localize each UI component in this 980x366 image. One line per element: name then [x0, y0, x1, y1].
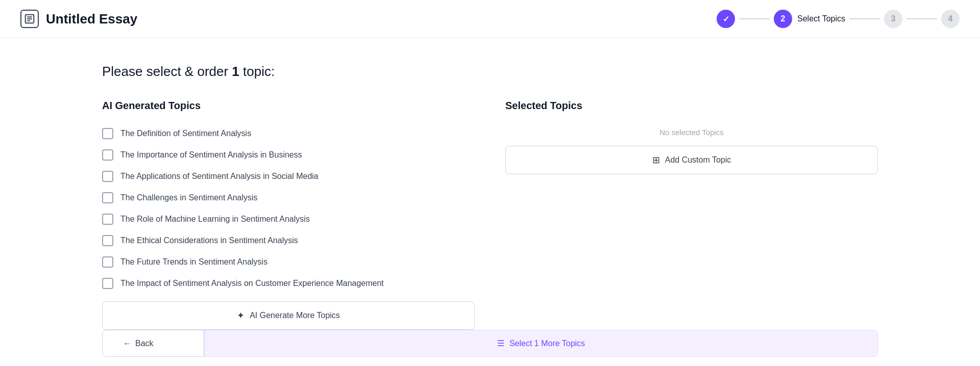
step-connector-2	[849, 18, 880, 19]
main-content: Please select & order 1 topic: AI Genera…	[0, 38, 980, 366]
step-2-circle: 2	[774, 10, 792, 28]
no-selected-text: No selected Topics	[505, 123, 878, 137]
topic-label-3: The Applications of Sentiment Analysis i…	[120, 172, 318, 181]
right-column: Selected Topics No selected Topics ⊞ Add…	[505, 100, 878, 330]
topic-label-1: The Definition of Sentiment Analysis	[120, 129, 251, 138]
topic-item-4[interactable]: The Challenges in Sentiment Analysis	[102, 187, 475, 208]
step-3: 3	[884, 10, 902, 28]
topic-checkbox-8[interactable]	[102, 278, 113, 289]
header-left: Untitled Essay	[20, 10, 137, 28]
page-heading: Please select & order 1 topic:	[102, 64, 878, 80]
topic-item-1[interactable]: The Definition of Sentiment Analysis	[102, 123, 475, 144]
topic-label-7: The Future Trends in Sentiment Analysis	[120, 257, 267, 267]
topic-label-4: The Challenges in Sentiment Analysis	[120, 193, 258, 202]
topic-checkbox-3[interactable]	[102, 171, 113, 182]
topic-label-8: The Impact of Sentiment Analysis on Cust…	[120, 279, 384, 288]
ai-topics-title: AI Generated Topics	[102, 100, 475, 112]
step-1-circle: ✓	[717, 10, 735, 28]
topic-checkbox-1[interactable]	[102, 128, 113, 139]
left-column: AI Generated Topics The Definition of Se…	[102, 100, 475, 330]
columns: AI Generated Topics The Definition of Se…	[102, 100, 878, 330]
ai-generate-button[interactable]: ✦ AI Generate More Topics	[102, 301, 475, 330]
select-more-icon: ☰	[497, 338, 504, 348]
step-connector-3	[906, 18, 937, 19]
step-2-label: Select Topics	[797, 14, 845, 23]
topic-checkbox-2[interactable]	[102, 149, 113, 161]
topic-item-2[interactable]: The Importance of Sentiment Analysis in …	[102, 144, 475, 166]
ai-icon: ✦	[237, 310, 244, 321]
step-4-circle: 4	[941, 10, 960, 28]
stepper: ✓ 2 Select Topics 3 4	[717, 10, 960, 28]
step-connector-1	[739, 18, 770, 19]
step-3-circle: 3	[884, 10, 902, 28]
topic-checkbox-7[interactable]	[102, 256, 113, 268]
add-custom-topic-button[interactable]: ⊞ Add Custom Topic	[505, 146, 878, 174]
page-title: Untitled Essay	[46, 11, 137, 27]
back-arrow-icon: ←	[123, 339, 131, 348]
add-custom-icon: ⊞	[652, 154, 660, 166]
add-custom-label: Add Custom Topic	[665, 155, 731, 165]
topic-label-2: The Importance of Sentiment Analysis in …	[120, 150, 302, 160]
step-4: 4	[941, 10, 960, 28]
heading-prefix: Please select & order	[102, 64, 232, 79]
heading-count: 1	[232, 64, 239, 79]
selected-topics-title: Selected Topics	[505, 100, 878, 112]
topic-checkbox-5[interactable]	[102, 214, 113, 225]
topic-item-7[interactable]: The Future Trends in Sentiment Analysis	[102, 251, 475, 273]
heading-suffix: topic:	[239, 64, 275, 79]
topic-checkbox-6[interactable]	[102, 235, 113, 246]
topic-label-6: The Ethical Considerations in Sentiment …	[120, 236, 298, 245]
step-1: ✓	[717, 10, 735, 28]
topic-item-8[interactable]: The Impact of Sentiment Analysis on Cust…	[102, 273, 475, 294]
ai-generate-label: AI Generate More Topics	[250, 311, 340, 320]
step-2: 2 Select Topics	[774, 10, 845, 28]
topic-item-3[interactable]: The Applications of Sentiment Analysis i…	[102, 166, 475, 187]
app-logo	[20, 10, 39, 28]
header: Untitled Essay ✓ 2 Select Topics 3 4	[0, 0, 980, 38]
topic-checkbox-4[interactable]	[102, 192, 113, 203]
select-more-button[interactable]: ☰ Select 1 More Topics	[204, 330, 878, 357]
topic-item-5[interactable]: The Role of Machine Learning in Sentimen…	[102, 208, 475, 230]
topic-item-6[interactable]: The Ethical Considerations in Sentiment …	[102, 230, 475, 251]
select-more-label: Select 1 More Topics	[509, 339, 585, 348]
back-label: Back	[135, 339, 154, 348]
bottom-actions: ← Back ☰ Select 1 More Topics	[102, 330, 878, 357]
back-button[interactable]: ← Back	[102, 330, 204, 357]
topic-label-5: The Role of Machine Learning in Sentimen…	[120, 215, 310, 224]
